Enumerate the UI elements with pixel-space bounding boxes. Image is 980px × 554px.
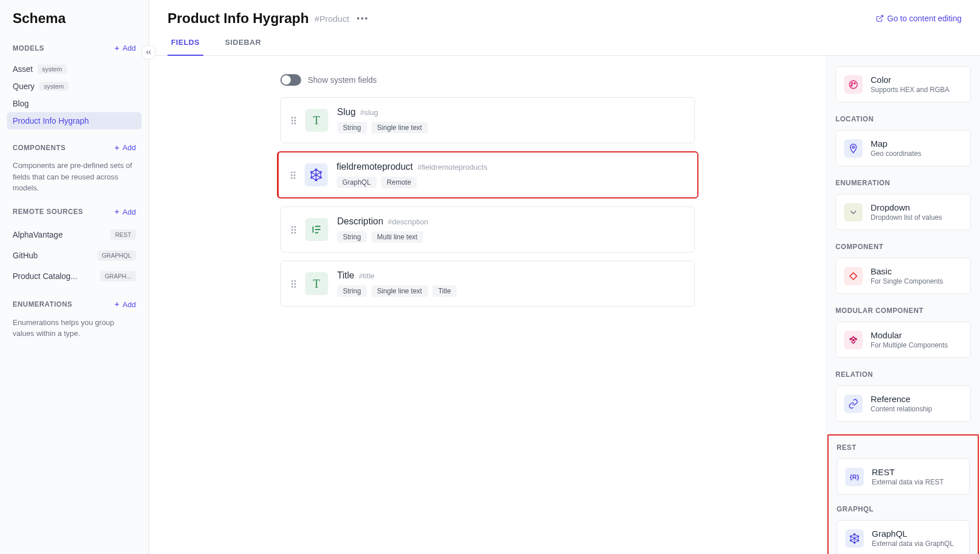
- collapse-sidebar-button[interactable]: [141, 45, 156, 60]
- modular-icon: [844, 331, 863, 349]
- svg-point-3: [315, 179, 317, 181]
- highlighted-rest-graphql-group: REST {R} RESTExternal data via REST GRAP…: [827, 434, 979, 554]
- field-type-color[interactable]: ColorSupports HEX and RGBA: [835, 66, 971, 102]
- more-actions-button[interactable]: [355, 15, 370, 22]
- svg-point-11: [854, 533, 855, 534]
- page-title: Product Info Hygraph: [168, 10, 309, 26]
- drag-handle-icon[interactable]: [291, 280, 296, 288]
- tab-sidebar[interactable]: SIDEBAR: [222, 38, 265, 56]
- field-type-map[interactable]: MapGeo coordinates: [835, 130, 971, 166]
- field-type-reference[interactable]: ReferenceContent relationship: [835, 385, 971, 422]
- svg-point-15: [850, 540, 851, 541]
- link-icon: [844, 395, 863, 413]
- model-item-asset[interactable]: Assetsystem: [7, 60, 142, 78]
- svg-point-4: [310, 177, 312, 178]
- plus-icon: [113, 45, 120, 52]
- system-fields-label: Show system fields: [308, 75, 377, 85]
- remote-item-productcatalog[interactable]: Product Catalog...GRAPH...: [13, 266, 136, 286]
- enums-heading: ENUMERATIONS: [13, 300, 73, 308]
- plus-icon: [113, 144, 120, 151]
- components-description: Components are pre-defined sets of field…: [13, 160, 136, 194]
- field-card-title[interactable]: T Title#title StringSingle line textTitl…: [280, 261, 695, 307]
- sidebar-title: Schema: [0, 10, 149, 44]
- svg-point-6: [849, 81, 857, 89]
- sidebar-section-remote: REMOTE SOURCES Add AlphaVantageREST GitH…: [0, 208, 149, 300]
- main-header: Product Info Hygraph #Product Go to cont…: [149, 0, 980, 56]
- drag-handle-icon[interactable]: [291, 117, 296, 124]
- sidebar-section-enums: ENUMERATIONS Add Enumerations helps you …: [0, 300, 149, 353]
- diamond-icon: [844, 267, 863, 285]
- graphql-icon: [845, 529, 864, 548]
- plus-icon: [113, 208, 120, 215]
- svg-point-1: [320, 171, 321, 173]
- external-link-icon: [876, 14, 884, 22]
- svg-point-12: [857, 536, 859, 537]
- main: Product Info Hygraph #Product Go to cont…: [149, 0, 980, 554]
- svg-point-16: [850, 536, 851, 537]
- dropdown-icon: [844, 203, 863, 221]
- field-card-description[interactable]: Description#description StringMulti line…: [280, 207, 695, 253]
- field-type-graphql[interactable]: GraphQLExternal data via GraphQL: [837, 520, 970, 554]
- graphql-icon: [305, 163, 328, 186]
- chevron-left-icon: [145, 48, 153, 56]
- svg-point-10: [852, 146, 854, 148]
- text-icon: T: [305, 272, 328, 295]
- field-type-dropdown[interactable]: DropdownDropdown list of values: [835, 194, 971, 230]
- add-component-button[interactable]: Add: [113, 143, 136, 152]
- svg-point-9: [851, 85, 852, 86]
- model-item-query[interactable]: Querysystem: [7, 78, 142, 95]
- remote-item-alphavantage[interactable]: AlphaVantageREST: [13, 224, 136, 245]
- field-type-basic-component[interactable]: BasicFor Single Components: [835, 258, 971, 294]
- rest-icon: {R}: [845, 468, 864, 486]
- field-card-slug[interactable]: T Slug#slug StringSingle line text: [280, 97, 695, 143]
- field-type-modular[interactable]: ModularFor Multiple Components: [835, 322, 971, 358]
- drag-handle-icon[interactable]: [291, 171, 295, 179]
- sidebar-section-components: COMPONENTS Add Components are pre-define…: [0, 143, 149, 208]
- palette-icon: [844, 75, 863, 94]
- sidebar-section-models: MODELS Add Assetsystem Querysystem Blog …: [0, 44, 149, 143]
- field-card-fieldremoteproduct[interactable]: fieldremoteproduct#fieldremoteproducts G…: [277, 151, 698, 198]
- svg-point-0: [315, 169, 317, 170]
- components-heading: COMPONENTS: [13, 144, 66, 152]
- multiline-text-icon: [305, 218, 328, 241]
- add-remote-button[interactable]: Add: [113, 208, 136, 216]
- page-api-id: #Product: [314, 14, 349, 24]
- plus-icon: [113, 301, 120, 308]
- add-model-button[interactable]: Add: [113, 44, 136, 52]
- svg-point-13: [857, 540, 859, 541]
- sidebar: Schema MODELS Add Assetsystem Querysyste…: [0, 0, 149, 554]
- svg-point-5: [310, 171, 312, 173]
- model-item-product[interactable]: Product Info Hygraph: [7, 112, 142, 129]
- location-icon: [844, 139, 863, 158]
- tabs: FIELDS SIDEBAR: [168, 38, 962, 55]
- model-item-blog[interactable]: Blog: [7, 95, 142, 112]
- svg-point-2: [320, 177, 321, 178]
- models-heading: MODELS: [13, 44, 44, 52]
- go-to-content-link[interactable]: Go to content editing: [876, 14, 962, 23]
- add-enum-button[interactable]: Add: [113, 300, 136, 309]
- svg-point-14: [854, 542, 855, 543]
- tab-fields[interactable]: FIELDS: [168, 38, 203, 56]
- drag-handle-icon[interactable]: [291, 226, 296, 234]
- remote-heading: REMOTE SOURCES: [13, 208, 83, 216]
- system-fields-toggle[interactable]: [280, 74, 301, 86]
- svg-point-8: [854, 82, 855, 83]
- field-types-panel: ColorSupports HEX and RGBA LOCATION MapG…: [826, 56, 980, 554]
- fields-area: Show system fields T Slug#slug StringSin…: [149, 56, 826, 554]
- remote-item-github[interactable]: GitHubGRAPHQL: [13, 245, 136, 266]
- text-icon: T: [305, 109, 328, 132]
- field-type-rest[interactable]: {R} RESTExternal data via REST: [837, 459, 970, 495]
- enums-description: Enumerations helps you group values with…: [13, 317, 136, 339]
- svg-point-7: [852, 82, 853, 83]
